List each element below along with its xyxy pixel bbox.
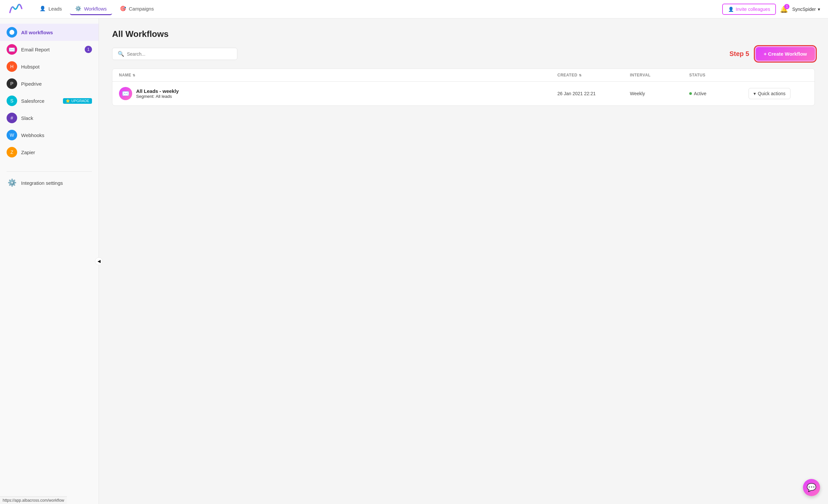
workflow-name: All Leads - weekly [136,88,179,94]
salesforce-icon: S [7,96,17,106]
nav-links: 👤 Leads ⚙️ Workflows 🎯 Campaigns [34,3,722,15]
col-actions-header [749,73,808,78]
chat-button[interactable]: 💬 [803,479,820,496]
sidebar-item-hubspot[interactable]: H Hubspot [0,58,98,75]
slack-icon: # [7,113,17,123]
nav-leads[interactable]: 👤 Leads [34,3,67,15]
table-row: ✉️ All Leads - weekly Segment: All leads… [112,82,815,105]
notification-button[interactable]: 🔔 1 [780,5,788,13]
top-nav: 👤 Leads ⚙️ Workflows 🎯 Campaigns 👤 Invit… [0,0,828,18]
workflows-icon: ⚙️ [75,6,81,11]
sidebar-divider [7,171,92,172]
main-content: All Workflows 🔍 Step 5 + Create Workflow… [99,18,828,504]
workflow-icon: ✉️ [119,87,132,100]
page-title: All Workflows [112,29,815,39]
email-report-count: 1 [85,46,92,53]
chevron-down-icon: ▾ [753,91,756,96]
col-interval-header: INTERVAL [630,73,689,78]
notification-badge: 1 [784,4,789,9]
workflow-interval: Weekly [630,91,689,96]
invite-icon: 👤 [728,7,734,12]
search-box: 🔍 [112,48,237,60]
workflow-actions: ▾ Quick actions [749,88,808,99]
sidebar-item-integration-settings[interactable]: ⚙️ Integration settings [7,174,92,191]
search-input[interactable] [127,51,232,57]
sort-icon: ⇅ [132,74,135,77]
sidebar-item-webhooks[interactable]: W Webhooks [0,127,98,144]
hubspot-icon: H [7,61,17,72]
nav-workflows[interactable]: ⚙️ Workflows [70,3,112,15]
workflow-segment: Segment: All leads [136,94,179,99]
create-workflow-button[interactable]: + Create Workflow [756,47,815,61]
sidebar: All workflows ✉️ Email Report 1 H Hubspo… [0,18,99,504]
pipedrive-icon: P [7,78,17,89]
sidebar-collapse-button[interactable]: ◀ [95,257,103,265]
user-menu[interactable]: SyncSpider ▾ [792,7,820,12]
sort-created-icon: ⇅ [579,74,582,77]
toolbar-right: Step 5 + Create Workflow [730,47,815,61]
email-report-icon: ✉️ [7,44,17,55]
workflow-name-cell: ✉️ All Leads - weekly Segment: All leads [119,87,557,100]
table-header: NAME ⇅ CREATED ⇅ INTERVAL STATUS [112,69,815,82]
layout: All workflows ✉️ Email Report 1 H Hubspo… [0,0,828,504]
all-workflows-icon [7,27,17,38]
sidebar-item-email-report[interactable]: ✉️ Email Report 1 [0,41,98,58]
workflow-created: 26 Jan 2021 22:21 [557,91,630,96]
campaigns-icon: 🎯 [120,6,126,11]
settings-icon: ⚙️ [7,178,17,188]
sidebar-item-pipedrive[interactable]: P Pipedrive [0,75,98,92]
workflow-info: All Leads - weekly Segment: All leads [136,88,179,99]
chevron-down-icon: ▾ [818,7,820,12]
col-status-header: STATUS [689,73,749,78]
sidebar-item-salesforce[interactable]: S Salesforce ⭐ UPGRADE [0,92,98,109]
toolbar: 🔍 Step 5 + Create Workflow [112,47,815,61]
col-created-header[interactable]: CREATED ⇅ [557,73,630,78]
sidebar-wrapper: All workflows ✉️ Email Report 1 H Hubspo… [0,18,99,504]
step-label: Step 5 [730,50,749,58]
logo[interactable] [8,3,24,15]
quick-actions-button[interactable]: ▾ Quick actions [749,88,790,99]
bottom-bar: https://app.albacross.com/workflow [0,496,67,504]
search-icon: 🔍 [118,51,124,57]
zapier-icon: Z [7,147,17,157]
status-dot [689,92,692,95]
workflows-table: NAME ⇅ CREATED ⇅ INTERVAL STATUS ✉️ All … [112,68,815,106]
sidebar-item-all-workflows[interactable]: All workflows [0,24,98,41]
webhooks-icon: W [7,130,17,140]
invite-colleagues-button[interactable]: 👤 Invite colleagues [722,4,776,15]
col-name-header[interactable]: NAME ⇅ [119,73,557,78]
sidebar-item-slack[interactable]: # Slack [0,109,98,127]
nav-campaigns[interactable]: 🎯 Campaigns [115,3,159,15]
leads-icon: 👤 [40,6,46,11]
workflow-status: Active [689,91,749,96]
upgrade-badge[interactable]: ⭐ UPGRADE [63,98,92,104]
sidebar-item-zapier[interactable]: Z Zapier [0,144,98,161]
svg-point-0 [9,30,14,35]
nav-right: 👤 Invite colleagues 🔔 1 SyncSpider ▾ [722,4,820,15]
